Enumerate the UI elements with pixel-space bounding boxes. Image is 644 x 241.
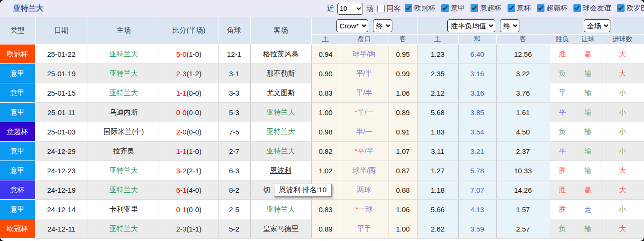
ah-home-odds-cell: 0.90 <box>311 64 340 83</box>
ah-away-odds-cell: 1.07 <box>389 142 417 161</box>
bookmaker-select[interactable]: Crow* <box>336 19 368 32</box>
league-cell: 欧冠杯 <box>0 45 35 64</box>
date-cell: 25-01-22 <box>35 45 88 64</box>
eu-draw-odds-cell: 3.16 <box>458 64 496 83</box>
ah-home-odds-cell: 0.98 <box>311 122 340 142</box>
home-team-cell[interactable]: 亚特兰大 <box>88 64 160 83</box>
handicap-result-cell: 输 <box>575 161 601 180</box>
corners-cell: 12-1 <box>218 45 250 64</box>
asian-odds-time-select[interactable]: 终 <box>373 19 392 32</box>
league-filter[interactable]: 意杯 <box>505 4 532 13</box>
corners-cell: 2-5 <box>218 200 250 219</box>
handicap-result-cell: 走 <box>575 200 601 219</box>
goals-cell: 小 <box>601 122 644 142</box>
recent-count-select[interactable]: 10 <box>337 3 363 15</box>
league-checkbox[interactable] <box>471 4 478 12</box>
col-header-away: 客场 <box>250 17 311 45</box>
score-half: (1-1) <box>187 225 202 233</box>
away-team-cell[interactable]: 亚特兰大 <box>250 122 311 142</box>
date-cell: 25-01-15 <box>35 83 88 103</box>
league-cell: 欧冠杯 <box>0 219 35 239</box>
match-history-panel: 亚特兰大 近 10 场 同客 欧冠杯 意甲 意超杯 意杯 超霸杯 球会友谊 欧罗… <box>0 0 644 241</box>
score-half: (4-0) <box>187 186 202 194</box>
league-filter[interactable]: 意超杯 <box>468 4 502 13</box>
home-team-cell[interactable]: 亚特兰大 <box>88 180 160 200</box>
ah-line-text: 平/半 <box>356 69 372 77</box>
ah-home-odds-cell: 1.00 <box>311 103 340 122</box>
col-header-score: 比分(半场) <box>160 17 218 45</box>
match-row: 意超杯 25-01-03 国际米兰(中) 2-0(0-0) 7-5 亚特兰大 0… <box>0 122 644 142</box>
league-filter[interactable]: 超霸杯 <box>534 4 569 13</box>
score-cell: 2-3(1-2) <box>160 64 218 83</box>
home-team-cell[interactable]: 乌迪内斯 <box>88 103 160 122</box>
ah-away-odds-cell: 1.06 <box>389 200 417 219</box>
ah-line-cell: 平/半 <box>340 64 389 83</box>
result-cell: 平 <box>550 142 575 161</box>
league-checkbox[interactable] <box>573 4 581 12</box>
away-team-cell[interactable]: 恩波利 <box>250 161 311 180</box>
home-team-cell[interactable]: 亚特兰大 <box>88 83 160 103</box>
ah-line-text: 球半/两 <box>353 50 376 58</box>
away-team-cell[interactable]: 亚特兰大 <box>250 200 311 219</box>
league-label: 意超杯 <box>480 4 501 13</box>
away-team-cell[interactable]: 格拉茨风暴 <box>250 45 311 64</box>
league-cell: 意杯 <box>0 180 35 200</box>
league-cell: 意甲 <box>0 142 35 161</box>
result-cell: 胜 <box>550 200 575 219</box>
score-half: (0-0) <box>187 128 202 136</box>
score-main: 5-0 <box>176 50 187 58</box>
away-team-cell[interactable]: 那不勒斯 <box>250 64 311 83</box>
ah-away-odds-cell: 0.95 <box>389 45 417 64</box>
ah-away-odds-cell: 0.99 <box>389 64 417 83</box>
league-filter[interactable]: 球会友谊 <box>571 4 612 13</box>
away-team-cell[interactable]: 亚特兰大 <box>250 142 311 161</box>
home-team-cell[interactable]: 拉齐奥 <box>88 142 160 161</box>
eu-away-odds-cell: 4.50 <box>496 122 550 142</box>
league-label: 欧罗巴杯 <box>626 4 644 13</box>
league-filter[interactable]: 意甲 <box>438 4 466 13</box>
team-title: 亚特兰大 <box>13 0 44 17</box>
league-checkbox[interactable] <box>405 4 412 12</box>
sub-header-ah-away: 客 <box>389 35 417 45</box>
league-label: 球会友谊 <box>583 4 611 13</box>
euro-odds-time-select[interactable]: 终 <box>500 19 519 32</box>
score-cell: 3-2(2-1) <box>160 161 218 180</box>
ah-away-odds-cell: 0.91 <box>389 122 417 142</box>
league-filter[interactable]: 欧冠杯 <box>402 4 436 13</box>
league-checkbox[interactable] <box>441 4 449 12</box>
goals-cell: 大 <box>601 161 644 180</box>
eu-draw-odds-cell: 3.21 <box>458 142 496 161</box>
score-half: (1-0) <box>187 50 202 58</box>
goals-cell: 大 <box>601 180 644 200</box>
league-checkbox[interactable] <box>617 4 625 12</box>
league-label: 意杯 <box>517 4 531 13</box>
score-main: 1-1 <box>176 147 187 155</box>
result-cell: 平 <box>550 83 575 103</box>
goals-cell: 大 <box>601 64 644 83</box>
same-away-checkbox[interactable] <box>377 5 385 12</box>
home-team-cell[interactable]: 亚特兰大 <box>88 161 160 180</box>
ah-home-odds-cell: 0.83 <box>311 83 340 103</box>
eu-draw-odds-cell: 3.59 <box>458 219 496 239</box>
euro-odds-select[interactable]: 胜平负均值 <box>447 19 495 32</box>
league-checkbox[interactable] <box>508 4 515 12</box>
score-half: (2-1) <box>187 167 202 175</box>
match-row: 意甲 25-01-19 亚特兰大 2-3(1-2) 3-1 那不勒斯 0.90 … <box>0 64 644 83</box>
home-team-cell[interactable]: 卡利亚里 <box>88 200 160 219</box>
ah-line-cell: *半/一 <box>340 103 389 122</box>
home-team-cell[interactable]: 国际米兰(中) <box>88 122 160 142</box>
ah-line-cell: *一球 <box>340 200 389 219</box>
scope-select[interactable]: 全场 <box>584 19 610 32</box>
home-team-cell[interactable]: 亚特兰大 <box>88 219 160 239</box>
away-team-cell[interactable]: 皇家马德里 <box>250 219 311 239</box>
away-team-cell[interactable]: 亚特兰大 <box>250 103 311 122</box>
away-team-cell[interactable]: 尤文图斯 <box>250 83 311 103</box>
eu-home-odds-cell: 1.83 <box>417 122 458 142</box>
col-header-home: 主场 <box>88 17 160 45</box>
league-filter[interactable]: 欧罗巴杯 <box>614 4 644 13</box>
home-team-cell[interactable]: 亚特兰大 <box>88 45 160 64</box>
league-checkbox[interactable] <box>537 4 544 12</box>
score-cell: 2-0(0-0) <box>160 122 218 142</box>
date-cell: 25-01-11 <box>35 103 88 122</box>
eu-away-odds-cell: 1.57 <box>496 200 550 219</box>
